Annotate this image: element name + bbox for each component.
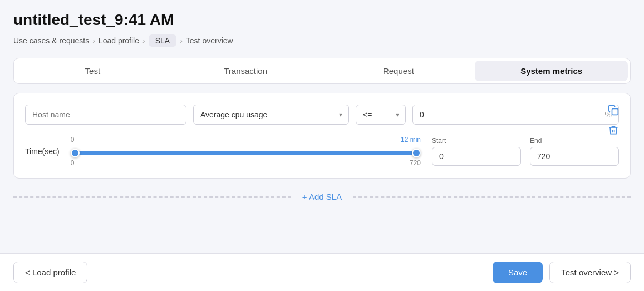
operator-dropdown-wrapper: <= >= < > = ▾	[356, 105, 406, 125]
value-input[interactable]	[413, 105, 598, 124]
sla-card: Average cpu usage Average memory usage M…	[13, 93, 631, 179]
start-label: Start	[432, 137, 521, 145]
svg-rect-0	[612, 109, 618, 115]
end-label: End	[530, 137, 619, 145]
slider-thumb-left[interactable]	[71, 149, 80, 157]
slider-label-top-left: 0	[71, 136, 75, 144]
slider-labels-bottom: 0 720	[71, 159, 421, 167]
slider-labels-top: 0 12 min	[71, 136, 421, 144]
slider-track[interactable]	[71, 151, 421, 155]
load-profile-button[interactable]: < Load profile	[13, 262, 87, 283]
breadcrumb-test-overview[interactable]: Test overview	[186, 36, 233, 45]
breadcrumb: Use cases & requests › Load profile › SL…	[13, 34, 631, 47]
page-title: untitled_test_9:41 AM	[13, 11, 631, 29]
footer: < Load profile Save Test overview >	[0, 253, 644, 291]
tab-transaction[interactable]: Transaction	[169, 61, 322, 81]
time-inputs: Start End	[432, 137, 619, 166]
end-input-group: End	[530, 137, 619, 166]
test-overview-button[interactable]: Test overview >	[549, 262, 631, 283]
host-name-input[interactable]	[25, 105, 186, 125]
operator-dropdown[interactable]: <= >= < > =	[356, 105, 406, 125]
slider-container[interactable]: 0 12 min 0 720	[71, 136, 421, 167]
add-sla-line-right	[353, 196, 631, 198]
value-wrapper: %	[412, 105, 619, 125]
delete-button[interactable]	[606, 122, 621, 138]
card-actions	[606, 102, 621, 138]
breadcrumb-use-cases[interactable]: Use cases & requests	[13, 36, 89, 45]
add-sla-button[interactable]: + Add SLA	[291, 188, 353, 206]
breadcrumb-sla: SLA	[149, 34, 176, 47]
breadcrumb-sep-3: ›	[180, 36, 183, 45]
tab-system-metrics[interactable]: System metrics	[475, 61, 628, 81]
time-section: Time(sec) 0 12 min 0 720 Start	[25, 136, 619, 167]
save-button[interactable]: Save	[493, 262, 543, 283]
tabs-container: Test Transaction Request System metrics	[13, 58, 631, 84]
add-sla-line-left	[13, 196, 291, 198]
slider-label-top-right: 12 min	[401, 136, 421, 144]
metric-dropdown-wrapper: Average cpu usage Average memory usage M…	[193, 105, 349, 125]
slider-label-bottom-left: 0	[71, 159, 75, 167]
tab-request[interactable]: Request	[322, 61, 475, 81]
start-input[interactable]	[432, 147, 521, 166]
add-sla-row: + Add SLA	[13, 188, 631, 206]
start-input-group: Start	[432, 137, 521, 166]
sla-config-row: Average cpu usage Average memory usage M…	[25, 105, 619, 125]
end-input[interactable]	[530, 147, 619, 166]
tab-test[interactable]: Test	[16, 61, 169, 81]
metric-dropdown[interactable]: Average cpu usage Average memory usage M…	[193, 105, 349, 125]
duplicate-button[interactable]	[606, 102, 621, 118]
footer-right-group: Save Test overview >	[493, 262, 631, 283]
slider-thumb-right[interactable]	[412, 149, 421, 157]
slider-label-bottom-right: 720	[410, 159, 421, 167]
breadcrumb-sep-1: ›	[92, 36, 95, 45]
breadcrumb-sep-2: ›	[142, 36, 145, 45]
breadcrumb-load-profile[interactable]: Load profile	[99, 36, 139, 45]
time-label: Time(sec)	[25, 147, 60, 156]
